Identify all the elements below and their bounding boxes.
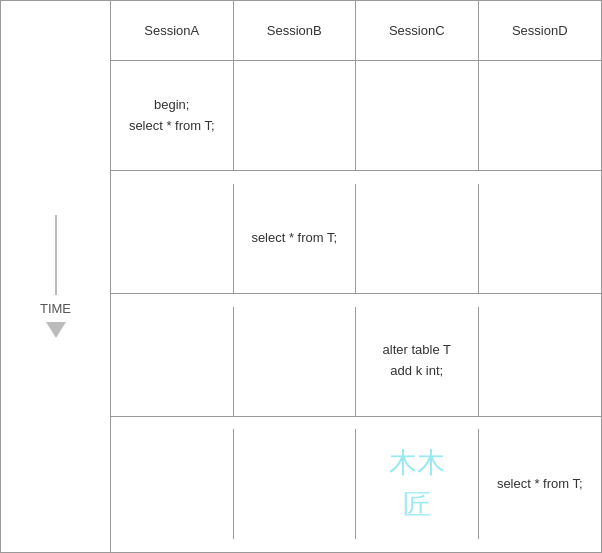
cell-r3-c4 <box>479 307 602 417</box>
cell-r2-c1 <box>111 184 234 294</box>
header-session-d: SessionD <box>479 1 602 61</box>
cell-r4-c3: 木木匠 <box>356 429 479 539</box>
cell-r1-c2 <box>234 61 357 171</box>
cell-r3-c3: alter table Tadd k int; <box>356 307 479 417</box>
time-panel: TIME <box>1 1 111 552</box>
cell-r2-c3 <box>356 184 479 294</box>
header-session-c: SessionC <box>356 1 479 61</box>
header-session-b: SessionB <box>234 1 357 61</box>
cell-r1-c3 <box>356 61 479 171</box>
cell-r4-c1 <box>111 429 234 539</box>
cell-r1-c4 <box>479 61 602 171</box>
cell-r4-c2 <box>234 429 357 539</box>
time-arrow: TIME <box>40 215 71 338</box>
cell-content-r1-c1: begin;select * from T; <box>129 95 215 137</box>
watermark: 木木匠 <box>386 442 447 526</box>
cell-r3-c2 <box>234 307 357 417</box>
header-session-a: SessionA <box>111 1 234 61</box>
cell-content-r2-c2: select * from T; <box>251 228 337 249</box>
time-line <box>55 215 57 295</box>
main-container: TIME SessionA SessionB SessionC SessionD… <box>0 0 602 553</box>
cell-content-r3-c3: alter table Tadd k int; <box>383 340 451 382</box>
cell-content-r4-c4: select * from T; <box>497 474 583 495</box>
arrow-down-icon <box>46 322 66 338</box>
cell-r3-c1 <box>111 307 234 417</box>
cell-r1-c1: begin;select * from T; <box>111 61 234 171</box>
table-area: SessionA SessionB SessionC SessionD begi… <box>111 1 601 552</box>
time-label: TIME <box>40 301 71 316</box>
cell-r2-c4 <box>479 184 602 294</box>
cell-r2-c2: select * from T; <box>234 184 357 294</box>
cell-r4-c4: select * from T; <box>479 429 602 539</box>
session-grid: SessionA SessionB SessionC SessionD begi… <box>111 1 601 552</box>
